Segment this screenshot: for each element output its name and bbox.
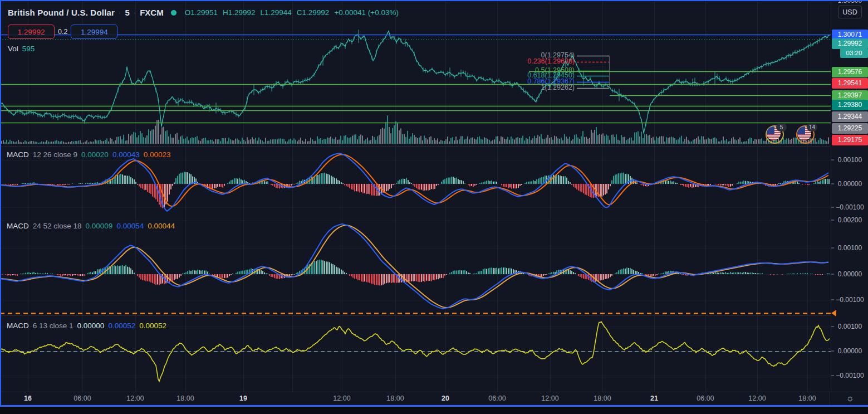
scale-tick-dash [831, 183, 834, 184]
legend-separator: · [119, 8, 121, 17]
event-count-badge: 5 [776, 123, 787, 131]
frame-top [0, 0, 868, 1]
axis-time-label: 12:00 [541, 394, 558, 402]
scale-tick: −0.00100 [831, 371, 868, 380]
frame-bottom [0, 405, 868, 407]
open-value: O1.29951 [185, 8, 218, 17]
axis-time-label: 18:00 [176, 394, 194, 402]
scale-tick-dash [831, 375, 834, 376]
event-count-badge: 14 [807, 123, 817, 131]
indicator-name: MACD [7, 150, 29, 159]
close-value: C1.29992 [297, 8, 330, 17]
scale-tick-dash [831, 207, 834, 208]
indicator-value: 0.00043 [112, 150, 140, 159]
indicator-value: 0.00052 [108, 322, 135, 330]
axis-day-label: 21 [650, 394, 658, 402]
low-value: L1.29944 [261, 8, 292, 17]
scale-tick-dash [831, 326, 834, 327]
indicator-value: 0.00020 [81, 150, 109, 159]
symbol-title[interactable]: British Pound / U.S. Dollar [8, 8, 115, 17]
indicator-value: 0.00009 [86, 222, 113, 230]
trade-buttons: 1.29992 0.2 1.29994 [8, 25, 117, 39]
price-level-label: 1.29992 [832, 38, 868, 49]
indicator-value: 0.00000 [77, 322, 105, 330]
indicator-params: 24 52 close 18 [33, 222, 82, 230]
legend-separator: · [134, 8, 136, 17]
indicator-legend-macd-1[interactable]: MACD12 26 close 90.000200.000430.00023 [7, 150, 171, 159]
buy-button[interactable]: 1.29994 [71, 25, 117, 39]
axis-day-label: 16 [24, 394, 32, 402]
volume-label: Vol [8, 45, 18, 53]
axis-time-label: 06:00 [697, 394, 714, 402]
scale-tick: 0.00100 [831, 322, 868, 331]
axis-time-label: 18:00 [386, 394, 404, 402]
theme-sun-icon[interactable]: ☼ [846, 393, 855, 404]
scale-tick: −0.00100 [831, 203, 868, 212]
indicator-legend-macd-3[interactable]: MACD6 13 close 10.000000.000520.00052 [7, 322, 166, 330]
price-level-label: 1.29175 [832, 135, 868, 145]
market-status-icon [171, 10, 176, 16]
frame-left [0, 0, 1, 407]
trading-platform: British Pound / U.S. Dollar · 5 · FXCM O… [0, 0, 868, 414]
axis-day-label: 20 [442, 394, 449, 402]
axis-time-label: 06:00 [488, 394, 506, 402]
price-level-label: 1.29225 [832, 123, 868, 134]
chart-canvas [0, 0, 831, 392]
indicator-params: 12 26 close 9 [33, 150, 77, 159]
scale-tick: 0.00000 [831, 270, 868, 279]
price-scale[interactable]: 1.30500 USD 0.001000.00000−0.001000.0020… [831, 0, 868, 392]
interval-label[interactable]: 5 [125, 8, 129, 17]
scale-tick: 0.00000 [831, 179, 868, 188]
scale-tick: 0.00100 [831, 243, 868, 252]
volume-value: 595 [22, 45, 35, 53]
price-level-label: 1.29541 [832, 78, 868, 89]
volume-legend[interactable]: Vol 595 [8, 45, 35, 53]
indicator-name: MACD [7, 222, 29, 230]
axis-time-label: 18:00 [594, 394, 611, 402]
price-level-label: 1.29576 [832, 67, 868, 77]
scale-tick-dash [831, 159, 834, 160]
exchange-label: FXCM [140, 8, 164, 17]
scale-tick-dash [831, 220, 834, 221]
axis-separator [830, 392, 830, 406]
indicator-legend-macd-2[interactable]: MACD24 52 close 180.000090.000540.00044 [7, 222, 175, 230]
indicator-name: MACD [7, 322, 29, 330]
bar-countdown-label: 03:20 [840, 48, 868, 58]
scale-tick: 0.00100 [831, 155, 868, 164]
price-level-label: 1.29344 [832, 111, 868, 122]
axis-time-label: 12:00 [126, 394, 144, 402]
indicator-value: 0.00054 [116, 222, 144, 230]
currency-button[interactable]: USD [838, 6, 862, 18]
indicator-value: 0.00023 [144, 150, 171, 159]
scale-tick: 0.00000 [831, 347, 868, 355]
sell-button[interactable]: 1.29992 [8, 25, 55, 39]
change-value: +0.00041 (+0.03%) [334, 8, 399, 17]
ohlc-values: O1.29951 H1.29992 L1.29944 C1.29992 +0.0… [185, 8, 399, 17]
axis-time-label: 12:00 [333, 394, 350, 402]
scale-tick: −0.00100 [831, 295, 868, 304]
axis-time-label: 18:00 [798, 394, 816, 402]
scale-tick-dash [831, 247, 834, 249]
axis-time-label: 06:00 [73, 394, 91, 402]
scale-tick-dash [831, 350, 834, 352]
axis-time-label: 12:00 [748, 394, 766, 402]
indicator-params: 6 13 close 1 [33, 322, 73, 330]
scale-tick: 0.00200 [831, 216, 868, 225]
chart-area[interactable]: British Pound / U.S. Dollar · 5 · FXCM O… [0, 0, 831, 392]
indicator-value: 0.00052 [139, 322, 166, 330]
scale-tick-dash [831, 274, 834, 275]
symbol-legend[interactable]: British Pound / U.S. Dollar · 5 · FXCM O… [8, 8, 399, 17]
scale-tick-dash [831, 299, 834, 300]
axis-day-label: 19 [239, 394, 247, 402]
chart-widget: British Pound / U.S. Dollar · 5 · FXCM O… [0, 0, 868, 407]
price-level-label: 1.29380 [832, 100, 868, 110]
spread-value: 0.2 [58, 28, 67, 36]
high-value: H1.29992 [223, 8, 256, 17]
time-axis[interactable]: 1606:0012:0018:001912:0018:002006:0012:0… [0, 392, 868, 406]
orange-line-arrow-icon [831, 310, 836, 316]
indicator-value: 0.00044 [148, 222, 175, 230]
